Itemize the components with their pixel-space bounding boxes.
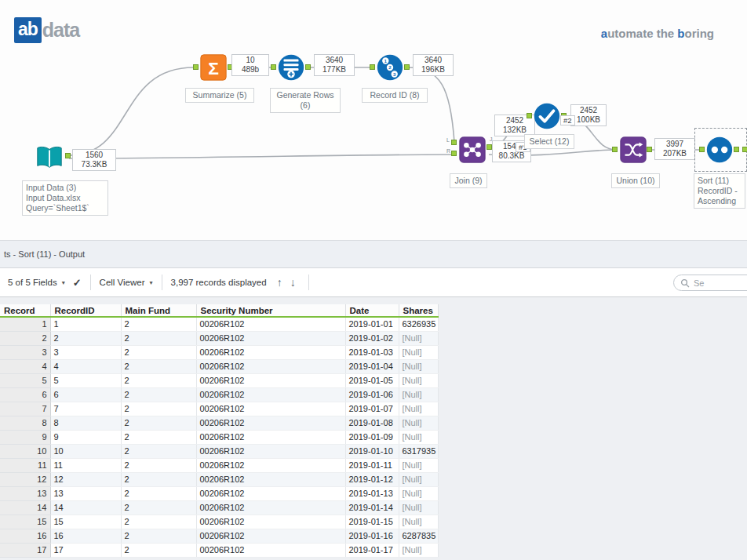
sort-input-anchor[interactable] <box>699 147 705 152</box>
col-header-record[interactable]: Record <box>0 304 50 317</box>
data-cell[interactable]: [Null] <box>399 360 438 374</box>
data-cell[interactable]: 10 <box>50 445 121 459</box>
data-cell[interactable]: 00206R102 <box>196 317 345 332</box>
data-cell[interactable]: 2 <box>121 416 196 431</box>
data-cell[interactable]: [Null] <box>399 346 438 360</box>
data-cell[interactable]: 3 <box>50 346 121 360</box>
data-cell[interactable]: 2019-01-15 <box>345 515 399 529</box>
join-input-left-anchor[interactable] <box>451 140 457 145</box>
select-input-anchor[interactable] <box>527 113 532 118</box>
data-cell[interactable]: 6 <box>50 388 121 402</box>
data-cell[interactable]: [Null] <box>399 473 438 487</box>
data-cell[interactable]: 2019-01-04 <box>345 360 399 374</box>
data-cell[interactable]: 2019-01-17 <box>345 544 399 558</box>
data-cell[interactable]: 00206R102 <box>196 544 345 558</box>
summarize-tool[interactable]: Σ <box>199 53 228 82</box>
join-output-anchor[interactable] <box>486 144 492 150</box>
down-arrow-button[interactable]: ↓ <box>290 276 296 289</box>
union-input-anchor[interactable] <box>612 147 618 152</box>
table-row[interactable]: 1313200206R1022019-01-13[Null] <box>0 487 438 501</box>
union-output-anchor[interactable] <box>647 147 652 152</box>
generate-rows-input-anchor[interactable] <box>271 64 276 70</box>
join-tool[interactable] <box>457 135 487 165</box>
data-cell[interactable]: 00206R102 <box>196 374 345 388</box>
data-cell[interactable]: 2019-01-12 <box>345 473 399 487</box>
data-cell[interactable]: [Null] <box>399 544 438 558</box>
data-cell[interactable]: 00206R102 <box>196 501 345 515</box>
data-cell[interactable]: 00206R102 <box>196 445 345 459</box>
input-data-tool[interactable] <box>35 143 64 173</box>
apply-check-icon[interactable]: ✓ <box>73 277 82 289</box>
data-cell[interactable]: 2019-01-14 <box>345 501 399 515</box>
row-number-cell[interactable]: 9 <box>0 431 50 445</box>
data-cell[interactable]: [Null] <box>399 402 438 416</box>
data-cell[interactable]: 00206R102 <box>196 388 345 402</box>
data-cell[interactable]: 6326935 <box>399 317 438 332</box>
col-header-shares[interactable]: Shares <box>399 304 438 317</box>
data-cell[interactable]: 5 <box>50 374 121 388</box>
data-cell[interactable]: 2 <box>121 473 196 487</box>
data-cell[interactable]: 2 <box>121 459 196 473</box>
search-input[interactable]: Se <box>673 275 747 291</box>
row-number-cell[interactable]: 14 <box>0 501 50 515</box>
row-number-cell[interactable]: 10 <box>0 445 50 459</box>
data-cell[interactable]: [Null] <box>399 459 438 473</box>
table-row[interactable]: 44200206R1022019-01-04[Null] <box>0 360 438 374</box>
table-row[interactable]: 33200206R1022019-01-03[Null] <box>0 346 438 360</box>
data-cell[interactable]: 16 <box>50 529 121 544</box>
table-row[interactable]: 1717200206R1022019-01-17[Null] <box>0 544 438 558</box>
table-row[interactable]: 1010200206R1022019-01-106317935 <box>0 445 438 459</box>
data-cell[interactable]: 2 <box>121 515 196 529</box>
row-number-cell[interactable]: 16 <box>0 529 50 544</box>
generate-rows-tool[interactable] <box>276 53 306 82</box>
data-cell[interactable]: [Null] <box>399 501 438 515</box>
data-cell[interactable]: 8 <box>50 416 121 431</box>
record-id-output-anchor[interactable] <box>404 64 410 70</box>
data-cell[interactable]: [Null] <box>399 388 438 402</box>
data-cell[interactable]: 2 <box>121 346 196 360</box>
data-cell[interactable]: 2019-01-06 <box>345 388 399 402</box>
data-cell[interactable]: 2 <box>121 445 196 459</box>
data-cell[interactable]: 00206R102 <box>196 487 345 501</box>
col-header-recordid[interactable]: RecordID <box>50 304 121 317</box>
data-cell[interactable]: 2019-01-16 <box>345 529 399 544</box>
col-header-main-fund[interactable]: Main Fund <box>121 304 196 317</box>
data-cell[interactable]: [Null] <box>399 416 438 431</box>
data-cell[interactable]: [Null] <box>399 332 438 346</box>
data-cell[interactable]: 00206R102 <box>196 473 345 487</box>
row-number-cell[interactable]: 1 <box>0 317 50 332</box>
row-number-cell[interactable]: 3 <box>0 346 50 360</box>
join-input-right-anchor[interactable] <box>451 151 457 156</box>
up-arrow-button[interactable]: ↑ <box>277 276 282 289</box>
data-cell[interactable]: 1 <box>50 317 121 332</box>
col-header-security-number[interactable]: Security Number <box>196 304 345 317</box>
data-cell[interactable]: 13 <box>50 487 121 501</box>
data-cell[interactable]: 00206R102 <box>196 402 345 416</box>
data-cell[interactable]: 12 <box>50 473 121 487</box>
data-cell[interactable]: [Null] <box>399 515 438 529</box>
row-number-cell[interactable]: 15 <box>0 515 50 529</box>
record-id-tool[interactable]: 1 2 3 <box>375 53 405 82</box>
data-cell[interactable]: 00206R102 <box>196 529 345 544</box>
table-row[interactable]: 66200206R1022019-01-06[Null] <box>0 388 438 402</box>
data-cell[interactable]: 2 <box>121 529 196 544</box>
data-cell[interactable]: 2 <box>121 487 196 501</box>
input-output-anchor[interactable] <box>65 153 71 158</box>
data-cell[interactable]: 7 <box>50 402 121 416</box>
data-cell[interactable]: 00206R102 <box>196 360 345 374</box>
data-cell[interactable]: 00206R102 <box>196 332 345 346</box>
union-tool[interactable] <box>618 135 648 165</box>
row-number-cell[interactable]: 17 <box>0 544 50 558</box>
data-cell[interactable]: 2 <box>50 332 121 346</box>
data-cell[interactable]: 2 <box>121 360 196 374</box>
data-cell[interactable]: 2 <box>121 388 196 402</box>
data-cell[interactable]: 2 <box>121 332 196 346</box>
data-cell[interactable]: 2 <box>121 501 196 515</box>
row-number-cell[interactable]: 13 <box>0 487 50 501</box>
data-cell[interactable]: 00206R102 <box>196 346 345 360</box>
row-number-cell[interactable]: 11 <box>0 459 50 473</box>
generate-rows-output-anchor[interactable] <box>305 64 311 70</box>
sort-output-anchor[interactable] <box>734 147 739 152</box>
data-cell[interactable]: 2019-01-01 <box>345 317 399 332</box>
table-row[interactable]: 22200206R1022019-01-02[Null] <box>0 332 438 346</box>
